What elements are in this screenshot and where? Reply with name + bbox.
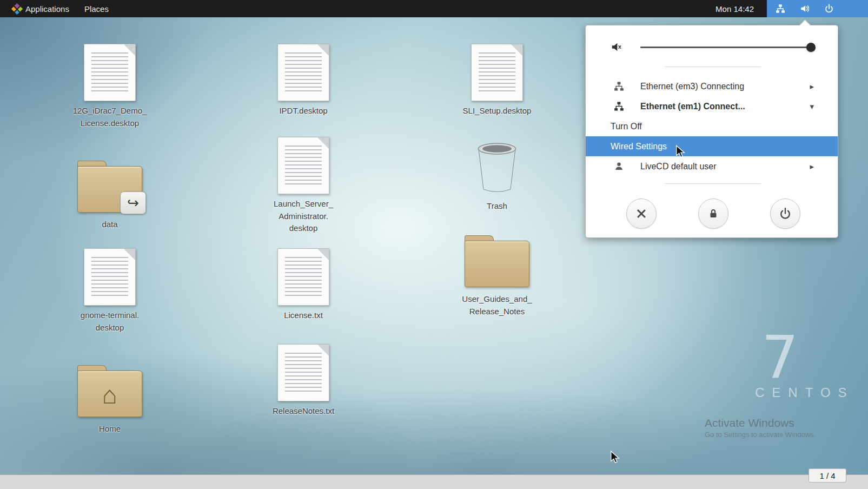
document-icon (277, 248, 329, 306)
power-icon (779, 207, 792, 220)
lock-icon (707, 207, 720, 220)
power-icon (824, 4, 834, 14)
menu-item-ethernet-em1[interactable]: Ethernet (em1) Connect... ▾ (586, 96, 838, 116)
bottom-bar: 1 / 4 (0, 474, 868, 489)
desktop-icon-ipdt[interactable]: ⌂ ↪ (252, 42, 355, 117)
menu-item-user[interactable]: LiveCD default user ▸ (586, 156, 838, 176)
desktop-icon-graphic: ⌂ ↪ (58, 247, 161, 307)
applications-menu[interactable]: Applications (5, 0, 77, 17)
speaker-icon (611, 41, 622, 53)
wired-network-icon (614, 81, 624, 91)
folder-icon: ⌂ ↪ (77, 166, 142, 213)
document-icon (84, 44, 136, 101)
desktop-icon-launch-server-administrator[interactable]: ⌂ ↪ (252, 135, 355, 235)
desktop-icon-graphic: ⌂ ↪ (446, 230, 548, 291)
places-menu[interactable]: Places (77, 0, 116, 17)
volume-slider-fill (640, 47, 811, 48)
document-icon (84, 248, 136, 306)
desktop-icon-graphic: ⌂ ↪ (58, 156, 161, 216)
top-bar-right: Mon 14:42 (710, 0, 868, 17)
desktop-icon-releasenotes-txt[interactable]: ⌂ ↪ (252, 342, 355, 418)
desktop-icon-graphic: ⌂ ↪ (252, 247, 355, 307)
desktop-icon-label: Home (58, 423, 161, 435)
menu-item-turn-off[interactable]: Turn Off (586, 116, 838, 136)
wired-network-icon (614, 101, 624, 111)
folder-icon: ⌂ ↪ (77, 371, 142, 417)
menu-divider (665, 183, 761, 184)
desktop-icon-label: gnome-terminal. desktop (58, 309, 161, 334)
desktop-icon-label: User_Guides_and_ Release_Notes (446, 293, 548, 318)
desktop-icon-label: SLI_Setup.desktop (446, 105, 548, 117)
desktop-icon-label: 12G_iDrac7_Demo_ License.desktop (58, 105, 161, 129)
desktop-icon-license-txt[interactable]: ⌂ ↪ (252, 247, 355, 322)
workspace-indicator[interactable]: 1 / 4 (809, 468, 846, 483)
document-icon (277, 44, 329, 101)
volume-slider[interactable] (640, 42, 814, 52)
desktop-icon-label: Launch_Server_ Administrator. desktop (252, 198, 355, 235)
desktop-icon-graphic: ⌂ ↪ (252, 42, 355, 103)
wired-settings-label: Wired Settings (611, 142, 667, 151)
desktop-icon-home[interactable]: ⌂ ↪ (58, 360, 161, 435)
document-icon (471, 44, 523, 101)
user-label: LiveCD default user (640, 162, 717, 171)
desktop-icon-graphic: ⌂ ↪ (58, 360, 161, 421)
applications-label: Applications (25, 4, 69, 14)
desktop-icon-sli-setup[interactable]: ⌂ ↪ (446, 42, 548, 117)
menu-divider (665, 67, 761, 67)
top-bar-left: Applications Places (0, 0, 116, 17)
desktop-icon-label: IPDT.desktop (252, 105, 355, 117)
document-icon (277, 344, 329, 401)
system-menu-popover: Ethernet (em3) Connecting ▸ Ethernet (em… (585, 25, 838, 238)
folder-icon: ⌂ ↪ (465, 241, 529, 287)
centos-logo-icon (11, 3, 23, 14)
system-status-area[interactable] (767, 0, 868, 17)
chevron-down-icon: ▾ (810, 102, 814, 111)
menu-item-ethernet-em3[interactable]: Ethernet (em3) Connecting ▸ (586, 76, 838, 96)
volume-slider-knob[interactable] (806, 43, 816, 52)
desktop-icon-12g-idrac7-demo-license[interactable]: ⌂ ↪ (58, 42, 161, 129)
desktop-icon-graphic: ⌂ ↪ (446, 42, 548, 103)
lock-button[interactable] (698, 199, 728, 229)
desktop-screen: Applications Places Mon 14:42 (0, 0, 868, 489)
clock[interactable]: Mon 14:42 (710, 4, 767, 14)
desktop-icon-user-guides-and-release-notes[interactable]: ⌂ ↪ (446, 230, 548, 318)
settings-button[interactable] (626, 199, 657, 229)
desktop-icon-graphic: ⌂ ↪ (252, 342, 355, 403)
desktop-icon-label: ReleaseNotes.txt (252, 405, 355, 418)
mouse-cursor (609, 451, 621, 464)
tools-icon (635, 207, 648, 220)
ethernet-em1-label: Ethernet (em1) Connect... (640, 102, 745, 111)
menu-item-wired-settings[interactable]: Wired Settings (586, 136, 838, 156)
user-icon (614, 161, 624, 171)
home-emblem-icon: ⌂ (102, 382, 117, 407)
desktop-icon-gnome-terminal[interactable]: ⌂ ↪ (58, 247, 161, 334)
chevron-right-icon: ▸ (810, 82, 814, 91)
turn-off-label: Turn Off (611, 122, 642, 131)
desktop-icon-graphic: ⌂ ↪ (58, 42, 161, 103)
desktop-icon-trash[interactable]: ⌂ ↪ (446, 137, 548, 213)
system-action-buttons (586, 199, 838, 229)
mouse-cursor (674, 145, 686, 158)
desktop-icon-data[interactable]: ⌂ ↪ (58, 156, 161, 231)
chevron-right-icon: ▸ (810, 162, 814, 171)
ethernet-em3-label: Ethernet (em3) Connecting (640, 82, 744, 91)
desktop-icon-graphic: ⌂ ↪ (252, 135, 355, 196)
trash-icon (473, 141, 521, 195)
desktop-icon-label: data (58, 219, 161, 231)
power-button[interactable] (770, 199, 800, 229)
desktop-icon-graphic: ⌂ ↪ (446, 137, 548, 198)
places-label: Places (84, 4, 109, 14)
network-icon (776, 4, 785, 14)
top-bar: Applications Places Mon 14:42 (0, 0, 868, 17)
volume-icon (800, 4, 810, 14)
shortcut-emblem-icon: ↪ (120, 191, 146, 214)
desktop-icon-label: Trash (446, 200, 548, 213)
desktop-icon-label: License.txt (252, 309, 355, 322)
document-icon (277, 137, 329, 194)
volume-row (586, 35, 838, 59)
